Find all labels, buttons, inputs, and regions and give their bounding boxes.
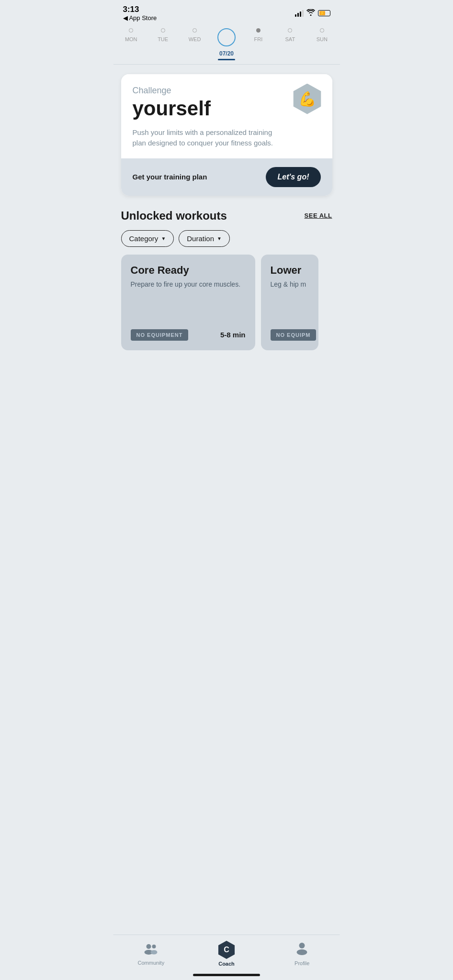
day-wed-label: WED [189, 36, 201, 42]
workout-cards-row: Core Ready Prepare to fire up your core … [121, 255, 332, 350]
dot-tue [161, 28, 165, 33]
category-chevron-icon: ▼ [161, 236, 166, 241]
challenge-card: Challenge yourself Push your limits with… [121, 74, 332, 196]
see-all-link[interactable]: SEE ALL [305, 212, 332, 219]
week-calendar: MON TUE WED 07/20 FRI [113, 24, 340, 65]
workouts-title: Unlocked workouts [121, 209, 227, 223]
status-bar: 3:13 ◀ App Store ⚡ [113, 0, 340, 24]
equipment-badge: NO EQUIPMENT [131, 329, 189, 341]
lower-equipment-badge: NO EQUIPM [271, 329, 317, 341]
status-left: 3:13 ◀ App Store [123, 5, 157, 22]
workout-card-footer: NO EQUIPMENT 5-8 min [131, 329, 246, 341]
day-sat-label: SAT [285, 36, 295, 42]
workout-card-desc: Prepare to fire up your core muscles. [131, 280, 246, 288]
workouts-section: Unlocked workouts SEE ALL Category ▼ Dur… [113, 196, 340, 350]
app-store-back[interactable]: ◀ App Store [123, 14, 157, 22]
workout-card-lower-title: Lower [271, 264, 309, 277]
dot-wed [193, 28, 197, 33]
category-filter-label: Category [129, 234, 159, 243]
status-right: ⚡ [295, 9, 330, 17]
challenge-card-top: Challenge yourself Push your limits with… [121, 74, 332, 158]
duration-filter-label: Duration [187, 234, 214, 243]
dot-fri [256, 28, 260, 33]
day-fri[interactable]: FRI [242, 28, 274, 60]
workout-card-title: Core Ready [131, 264, 246, 277]
day-active-label: 07/20 [219, 50, 234, 57]
challenge-description: Push your limits with a personalized tra… [133, 127, 274, 149]
challenge-card-bottom: Get your training plan Let's go! [121, 158, 332, 196]
lets-go-button[interactable]: Let's go! [266, 167, 320, 187]
category-filter[interactable]: Category ▼ [121, 230, 174, 247]
duration-filter[interactable]: Duration ▼ [179, 230, 230, 247]
active-underline [218, 59, 235, 60]
dot-mon [129, 28, 133, 33]
day-wed[interactable]: WED [179, 28, 210, 60]
day-fri-label: FRI [254, 36, 263, 42]
workout-card-lower-desc: Leg & hip m [271, 280, 309, 288]
day-sun-label: SUN [317, 36, 328, 42]
hexagon-icon: 💪 [292, 84, 323, 114]
day-mon-label: MON [125, 36, 137, 42]
training-plan-label: Get your training plan [133, 173, 207, 181]
workout-card-core-ready[interactable]: Core Ready Prepare to fire up your core … [121, 255, 255, 350]
day-mon[interactable]: MON [115, 28, 147, 60]
challenge-icon: 💪 [292, 84, 323, 114]
day-tue[interactable]: TUE [147, 28, 179, 60]
day-row: MON TUE WED 07/20 FRI [113, 24, 340, 60]
status-time: 3:13 [123, 5, 157, 14]
duration-text: 5-8 min [220, 331, 246, 339]
day-active[interactable]: 07/20 [211, 28, 242, 60]
wifi-icon [306, 9, 315, 17]
filter-row: Category ▼ Duration ▼ [121, 230, 332, 247]
dot-sun [320, 28, 324, 33]
day-sun[interactable]: SUN [306, 28, 338, 60]
day-tue-label: TUE [158, 36, 168, 42]
day-sat[interactable]: SAT [274, 28, 306, 60]
signal-icon [295, 10, 304, 17]
workouts-header: Unlocked workouts SEE ALL [121, 209, 332, 223]
battery-icon: ⚡ [318, 10, 330, 16]
dot-sat [288, 28, 292, 33]
workout-card-lower[interactable]: Lower Leg & hip m NO EQUIPM [261, 255, 318, 350]
dot-active [217, 28, 236, 46]
duration-chevron-icon: ▼ [217, 236, 222, 241]
